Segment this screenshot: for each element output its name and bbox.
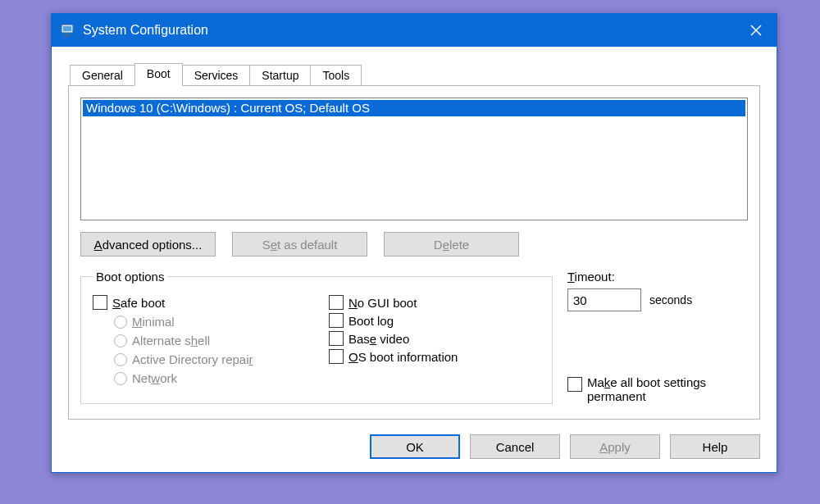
- safe-boot-network-radio: Network: [114, 371, 304, 385]
- radio-icon: [114, 353, 127, 366]
- advanced-options-button[interactable]: Advanced options...: [80, 232, 216, 257]
- os-boot-info-checkbox[interactable]: OS boot information: [329, 349, 540, 364]
- safe-boot-adrepair-radio: Active Directory repair: [114, 352, 304, 366]
- checkbox-icon: [329, 295, 344, 310]
- help-button[interactable]: Help: [670, 434, 760, 459]
- ok-button[interactable]: OK: [370, 434, 460, 459]
- svg-rect-2: [65, 34, 70, 35]
- safe-boot-checkbox[interactable]: Safe boot: [93, 295, 304, 310]
- base-video-checkbox[interactable]: Base video: [329, 331, 540, 346]
- app-icon: [60, 22, 76, 39]
- tab-services[interactable]: Services: [182, 65, 251, 86]
- tab-body-boot: Windows 10 (C:\Windows) : Current OS; De…: [68, 86, 760, 420]
- tab-general[interactable]: General: [70, 65, 135, 86]
- checkbox-icon: [567, 377, 582, 392]
- svg-rect-1: [63, 26, 71, 31]
- apply-button: Apply: [570, 434, 660, 459]
- window-title: System Configuration: [83, 23, 208, 38]
- checkbox-icon: [329, 349, 344, 364]
- safe-boot-altshell-radio: Alternate shell: [114, 334, 304, 347]
- tab-tools[interactable]: Tools: [310, 65, 362, 86]
- boot-button-row: Advanced options... Set as default Delet…: [80, 232, 748, 257]
- radio-icon: [114, 334, 127, 347]
- tab-row: General Boot Services Startup Tools: [68, 65, 760, 86]
- timeout-pane: Timeout: seconds Make all boot settings …: [567, 270, 748, 403]
- radio-icon: [114, 316, 127, 329]
- timeout-input[interactable]: [567, 288, 641, 311]
- tab-boot[interactable]: Boot: [134, 63, 183, 86]
- boot-log-checkbox[interactable]: Boot log: [329, 313, 540, 328]
- checkbox-icon: [329, 331, 344, 346]
- checkbox-icon: [329, 313, 344, 328]
- timeout-unit: seconds: [649, 293, 692, 306]
- system-configuration-dialog: System Configuration General Boot Servic…: [51, 13, 777, 473]
- boot-options-legend: Boot options: [93, 270, 167, 284]
- delete-button: Delete: [384, 232, 519, 257]
- boot-entries-list[interactable]: Windows 10 (C:\Windows) : Current OS; De…: [80, 98, 748, 220]
- make-permanent-checkbox[interactable]: Make all boot settings permanent: [567, 375, 748, 403]
- no-gui-boot-checkbox[interactable]: No GUI boot: [329, 295, 540, 310]
- boot-entry[interactable]: Windows 10 (C:\Windows) : Current OS; De…: [83, 100, 745, 116]
- set-as-default-button: Set as default: [232, 232, 367, 257]
- titlebar[interactable]: System Configuration: [52, 14, 777, 47]
- tab-startup[interactable]: Startup: [249, 65, 311, 86]
- radio-icon: [114, 372, 127, 385]
- boot-options-group: Boot options Safe boot Minimal: [80, 270, 553, 404]
- timeout-label: Timeout:: [567, 270, 748, 284]
- cancel-button[interactable]: Cancel: [470, 434, 560, 459]
- dialog-content: General Boot Services Startup Tools Wind…: [52, 47, 777, 472]
- svg-rect-3: [63, 35, 71, 37]
- close-button[interactable]: [736, 14, 777, 47]
- checkbox-icon: [93, 295, 107, 310]
- dialog-button-row: OK Cancel Apply Help: [68, 434, 760, 459]
- safe-boot-minimal-radio: Minimal: [114, 315, 304, 329]
